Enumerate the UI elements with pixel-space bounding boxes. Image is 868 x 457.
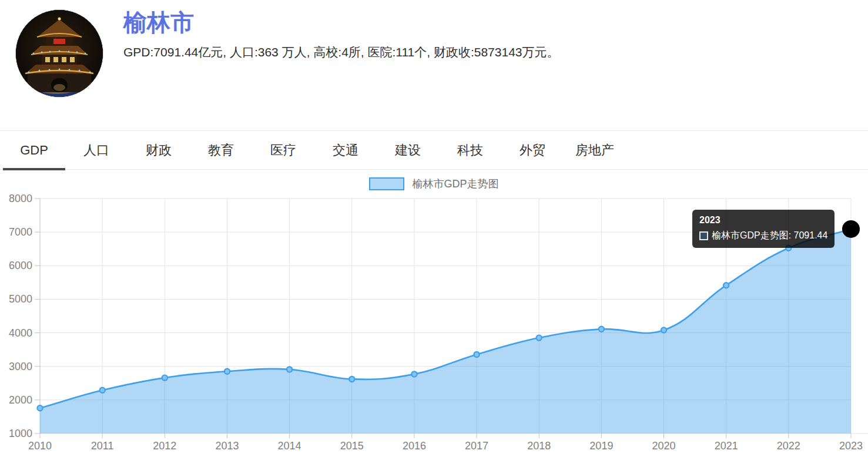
- tooltip-value-text: 榆林市GDP走势图: 7091.44: [712, 230, 827, 242]
- tooltip-series-swatch: [699, 231, 708, 240]
- tab-population[interactable]: 人口: [65, 131, 128, 169]
- svg-text:2017: 2017: [465, 440, 488, 452]
- legend-swatch: [369, 177, 404, 190]
- svg-text:8000: 8000: [9, 194, 32, 204]
- svg-text:2023: 2023: [839, 440, 863, 452]
- tooltip-title: 2023: [699, 215, 827, 226]
- svg-text:2014: 2014: [278, 440, 301, 452]
- legend-label: 榆林市GDP走势图: [412, 177, 498, 191]
- gdp-trend-chart[interactable]: 1000200030004000500060007000800020102011…: [0, 194, 868, 457]
- svg-text:2022: 2022: [777, 440, 800, 452]
- svg-text:2010: 2010: [28, 440, 52, 452]
- svg-text:2000: 2000: [9, 394, 32, 406]
- svg-text:2020: 2020: [652, 440, 676, 452]
- svg-text:2012: 2012: [153, 440, 176, 452]
- svg-text:5000: 5000: [9, 293, 32, 305]
- svg-text:7000: 7000: [9, 226, 32, 238]
- city-tower-night-illustration: [16, 10, 103, 97]
- tab-construction[interactable]: 建设: [377, 131, 439, 169]
- tab-realestate[interactable]: 房地产: [564, 131, 626, 169]
- tab-medical[interactable]: 医疗: [252, 131, 314, 169]
- city-photo-avatar: [15, 9, 103, 98]
- tab-finance[interactable]: 财政: [128, 131, 190, 169]
- category-tab-bar: GDP 人口 财政 教育 医疗 交通 建设 科技 外贸 房地产: [0, 130, 868, 170]
- svg-text:1000: 1000: [9, 428, 32, 439]
- city-summary-text: GPD:7091.44亿元, 人口:363 万人, 高校:4所, 医院:111个…: [123, 44, 559, 61]
- svg-text:4000: 4000: [9, 327, 32, 339]
- tab-education[interactable]: 教育: [190, 131, 252, 169]
- chart-tooltip: 2023 榆林市GDP走势图: 7091.44: [692, 210, 835, 248]
- page-title: 榆林市: [123, 8, 559, 36]
- svg-text:2021: 2021: [715, 440, 738, 452]
- tab-trade[interactable]: 外贸: [501, 131, 564, 169]
- chart-legend[interactable]: 榆林市GDP走势图: [0, 176, 868, 191]
- tab-traffic[interactable]: 交通: [314, 131, 377, 169]
- svg-text:2019: 2019: [589, 440, 613, 452]
- svg-text:6000: 6000: [9, 260, 32, 271]
- tab-gdp[interactable]: GDP: [3, 131, 65, 169]
- tooltip-row: 榆林市GDP走势图: 7091.44: [699, 230, 827, 242]
- profile-info: 榆林市 GPD:7091.44亿元, 人口:363 万人, 高校:4所, 医院:…: [123, 8, 559, 61]
- svg-text:3000: 3000: [9, 361, 32, 372]
- svg-text:2013: 2013: [215, 440, 239, 452]
- svg-text:2018: 2018: [527, 440, 551, 452]
- tab-technology[interactable]: 科技: [439, 131, 501, 169]
- profile-header: 榆林市 GPD:7091.44亿元, 人口:363 万人, 高校:4所, 医院:…: [0, 0, 868, 130]
- svg-text:2016: 2016: [403, 440, 426, 452]
- svg-text:2011: 2011: [91, 440, 114, 452]
- svg-text:2015: 2015: [340, 440, 364, 452]
